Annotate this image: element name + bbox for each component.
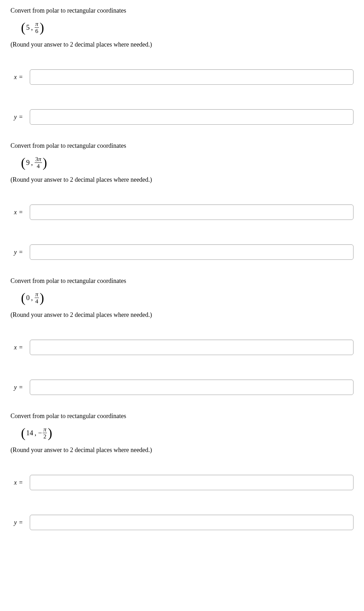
fraction-numerator: π [35,291,39,298]
fraction-numerator: π [35,21,39,28]
polar-coordinates: ( 9, 3π 4 ) [21,156,354,169]
y-label: y = [14,384,30,391]
question-prompt: Convert from polar to rectangular coordi… [10,412,354,420]
x-label: x = [14,344,30,351]
fraction-denominator: 4 [36,163,41,169]
theta-fraction: 3π 4 [35,156,42,169]
x-label: x = [14,479,30,486]
y-label: y = [14,113,30,121]
question-4: Convert from polar to rectangular coordi… [10,412,354,530]
open-paren-icon: ( [21,426,26,439]
y-input[interactable] [30,515,354,530]
y-input[interactable] [30,109,354,125]
fraction-numerator: π [43,426,47,433]
polar-coordinates: ( 14, − π 2 ) [21,426,354,439]
theta-fraction: π 6 [35,21,39,34]
x-answer-row: x = [10,204,354,220]
rounding-hint: (Round your answer to 2 decimal places w… [10,446,354,454]
x-label: x = [14,209,30,216]
r-value: 5 [26,23,30,32]
polar-coordinates: ( 0, π 4 ) [21,291,354,304]
y-input[interactable] [30,380,354,395]
open-paren-icon: ( [21,291,26,304]
question-2: Convert from polar to rectangular coordi… [10,142,354,260]
rounding-hint: (Round your answer to 2 decimal places w… [10,176,354,183]
x-input[interactable] [30,475,354,490]
negative-sign: − [38,429,42,437]
x-answer-row: x = [10,69,354,85]
fraction-denominator: 6 [35,28,39,34]
y-answer-row: y = [10,515,354,530]
x-input[interactable] [30,340,354,355]
y-label: y = [14,519,30,526]
x-input[interactable] [30,204,354,220]
question-prompt: Convert from polar to rectangular coordi… [10,142,354,150]
x-answer-row: x = [10,475,354,490]
rounding-hint: (Round your answer to 2 decimal places w… [10,311,354,319]
fraction-denominator: 4 [35,298,39,304]
rounding-hint: (Round your answer to 2 decimal places w… [10,41,354,48]
y-answer-row: y = [10,109,354,125]
fraction-denominator: 2 [43,433,47,439]
theta-fraction: π 2 [43,426,47,439]
close-paren-icon: ) [48,426,52,439]
y-label: y = [14,249,30,256]
r-value: 9 [26,159,30,167]
y-answer-row: y = [10,244,354,260]
question-prompt: Convert from polar to rectangular coordi… [10,277,354,285]
x-answer-row: x = [10,340,354,355]
question-prompt: Convert from polar to rectangular coordi… [10,7,354,14]
r-value: 14 [26,429,33,437]
question-1: Convert from polar to rectangular coordi… [10,7,354,125]
open-paren-icon: ( [21,156,26,169]
close-paren-icon: ) [43,156,47,169]
open-paren-icon: ( [21,21,26,34]
r-value: 0 [26,294,30,302]
question-3: Convert from polar to rectangular coordi… [10,277,354,395]
close-paren-icon: ) [40,21,44,34]
y-answer-row: y = [10,380,354,395]
close-paren-icon: ) [40,291,44,304]
x-input[interactable] [30,69,354,85]
polar-coordinates: ( 5, π 6 ) [21,21,354,34]
y-input[interactable] [30,244,354,260]
theta-fraction: π 4 [35,291,39,304]
x-label: x = [14,74,30,81]
fraction-numerator: 3π [35,156,42,163]
